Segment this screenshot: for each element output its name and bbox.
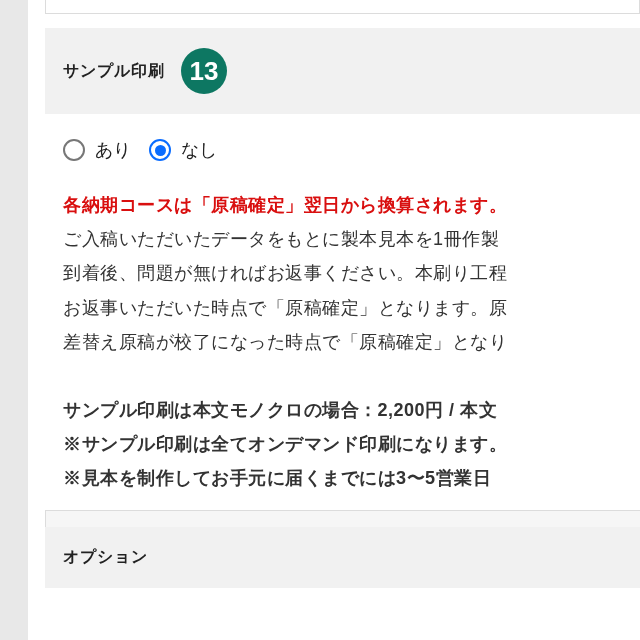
step-badge: 13 — [181, 48, 227, 94]
desc-line: 到着後、問題が無ければお返事ください。本刷り工程 — [63, 256, 622, 290]
price-text: サンプル印刷は本文モノクロの場合：2,200円 / 本文 — [63, 393, 622, 427]
section-title: サンプル印刷 — [63, 61, 165, 82]
desc-line: 差替え原稿が校了になった時点で「原稿確定」となり — [63, 325, 622, 359]
next-section-header: オプション — [45, 527, 640, 588]
radio-option-no[interactable]: なし — [149, 138, 217, 162]
radio-option-yes[interactable]: あり — [63, 138, 131, 162]
sample-print-radio-group: あり なし — [63, 138, 622, 162]
desc-line: ご入稿いただいたデータをもとに製本見本を1冊作製 — [63, 222, 622, 256]
note-text: ※見本を制作してお手元に届くまでには3〜5営業日 — [63, 461, 622, 495]
note-text: ※サンプル印刷は全てオンデマンド印刷になります。 — [63, 427, 622, 461]
section-gap — [45, 511, 640, 527]
left-rail — [0, 0, 28, 640]
step-number: 13 — [190, 56, 219, 87]
section-body: あり なし 各納期コースは「原稿確定」翌日から換算されます。 ご入稿いただいたデ… — [45, 114, 640, 511]
radio-label-no: なし — [181, 138, 217, 162]
radio-icon-selected — [149, 139, 171, 161]
section-header: サンプル印刷 13 — [45, 28, 640, 114]
desc-line: お返事いただいた時点で「原稿確定」となります。原 — [63, 291, 622, 325]
next-section-title: オプション — [63, 548, 148, 565]
description-block: 各納期コースは「原稿確定」翌日から換算されます。 ご入稿いただいたデータをもとに… — [63, 188, 622, 496]
radio-icon — [63, 139, 85, 161]
radio-label-yes: あり — [95, 138, 131, 162]
previous-section-edge — [45, 0, 640, 14]
radio-dot-icon — [155, 145, 166, 156]
warning-text: 各納期コースは「原稿確定」翌日から換算されます。 — [63, 188, 622, 222]
form-panel: サンプル印刷 13 あり なし 各納期コースは「原稿確定」翌日から換算されます。… — [45, 0, 640, 640]
